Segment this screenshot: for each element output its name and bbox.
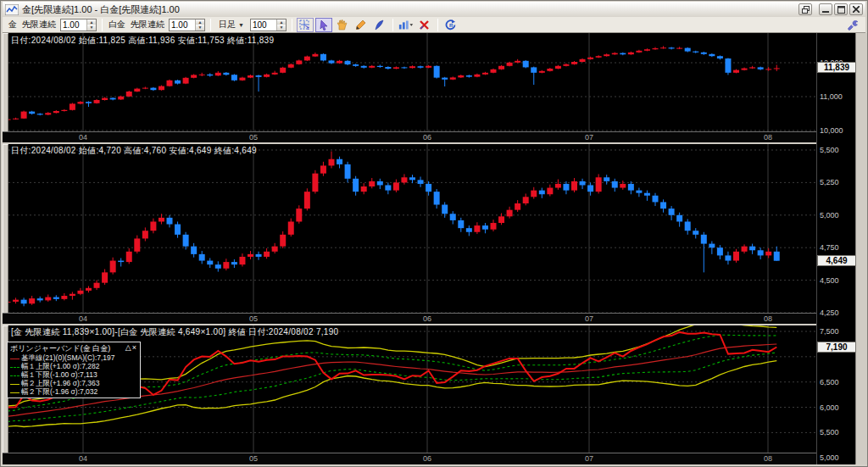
- instrument2-ratio-spinner: ▲▼: [169, 19, 205, 31]
- last-price-box: 7,190: [817, 342, 856, 353]
- y-axis-tick-label: 4,750: [820, 243, 839, 252]
- x-axis-month-label: 05: [247, 454, 260, 463]
- toolbar-separator: [102, 19, 103, 31]
- x-axis-month-label: 08: [761, 454, 775, 463]
- x-axis-month-label: 06: [420, 454, 434, 463]
- legend-item: 幅２下限(-1.96 σ):7,032: [10, 388, 137, 397]
- x-axis-month-label: 07: [582, 454, 596, 463]
- x-axis-month-label: 07: [582, 133, 596, 142]
- chevron-down-icon: ▼: [238, 22, 244, 28]
- instrument1-ratio-input[interactable]: [61, 19, 86, 31]
- y-axis-tick-label: 11,000: [820, 92, 843, 101]
- period-dropdown[interactable]: 日足▼: [216, 19, 247, 31]
- spinner-arrows[interactable]: ▲▼: [276, 19, 286, 31]
- gold-candlestick-plot[interactable]: [8, 33, 816, 131]
- x-axis-month-label: 04: [76, 133, 90, 142]
- toolbar-separator: [292, 19, 292, 31]
- last-price-box: 11,839: [817, 62, 856, 73]
- instrument1-series-label: 先限連続: [22, 19, 56, 31]
- svg-text:R: R: [449, 23, 453, 28]
- legend-collapse-close-controls[interactable]: △×: [125, 343, 137, 354]
- y-axis-tick-label: 4,500: [820, 276, 839, 285]
- legend-line-swatch: [10, 375, 19, 376]
- pane2-splitter-handle[interactable]: [3, 144, 8, 324]
- close-button[interactable]: [849, 3, 863, 15]
- instrument2-label: 白金: [108, 19, 125, 31]
- platinum-x-axis: 0405060708: [3, 313, 816, 324]
- legend-line-swatch: [10, 392, 19, 393]
- price-axis-column: 12,00011,00010,00011,8395,5005,2505,0004…: [816, 33, 855, 464]
- instrument2-series-label: 先限連続: [131, 19, 164, 31]
- toolbar: 金 先限連続 ▲▼ 白金 先限連続 ▲▼ 日足▼ ▲▼ R: [3, 17, 865, 33]
- platinum-candlestick-plot[interactable]: [8, 144, 816, 313]
- delete-drawing-icon[interactable]: [416, 18, 433, 32]
- spread-x-axis: 0405060708: [3, 453, 816, 464]
- toolbar-separator: [210, 19, 211, 31]
- chart-type-icon[interactable]: [398, 18, 415, 32]
- y-axis-tick-label: 5,000: [820, 453, 839, 462]
- x-axis-month-label: 06: [420, 133, 434, 142]
- maximize-button[interactable]: [834, 3, 848, 15]
- bars-count-input[interactable]: [251, 19, 276, 31]
- y-axis-tick-label: 5,250: [820, 178, 839, 186]
- legend-item-label: 幅２下限(-1.96 σ):7,032: [21, 387, 97, 398]
- wrench-icon[interactable]: [844, 18, 861, 32]
- legend-line-swatch: [10, 384, 19, 385]
- chart-app-window: 金[先限連続]1.00 - 白金[先限連続]1.00 金 先限連続 ▲▼ 白金 …: [0, 0, 868, 467]
- bars-count-spinner: ▲▼: [250, 19, 287, 31]
- y-axis-tick-label: 5,500: [820, 146, 839, 154]
- pane-separator[interactable]: [3, 142, 855, 144]
- instrument2-ratio-input[interactable]: [170, 19, 195, 31]
- restore-window-button[interactable]: [798, 3, 812, 15]
- hand-tool-icon[interactable]: [334, 18, 351, 32]
- y-axis-tick-label: 5,500: [820, 428, 839, 436]
- y-axis-tick-label: 10,000: [820, 126, 843, 135]
- y-axis-tick-label: 7,500: [820, 327, 839, 336]
- gold-ohlc-infoline: 日付:2024/08/02 始値:11,825 高値:11,936 安値:11,…: [11, 35, 274, 47]
- last-price-box: 4,649: [817, 255, 856, 266]
- x-axis-month-label: 04: [76, 314, 90, 323]
- pane-separator[interactable]: [3, 324, 855, 325]
- legend-line-swatch: [10, 359, 19, 359]
- quill-tool-icon[interactable]: [371, 18, 388, 32]
- crosshair-tool-icon[interactable]: [297, 18, 314, 32]
- x-axis-month-label: 07: [582, 314, 596, 323]
- minimize-button[interactable]: [819, 3, 832, 15]
- window-title: 金[先限連続]1.00 - 白金[先限連続]1.00: [22, 3, 797, 16]
- toolbar-separator: [392, 19, 393, 31]
- y-axis-tick-label: 5,000: [820, 211, 839, 220]
- x-axis-month-label: 05: [247, 314, 260, 323]
- spread-formula-header: [金 先限連続 11,839×1.00]-[白金 先限連続 4,649×1.00…: [11, 326, 338, 338]
- x-axis-month-label: 08: [761, 314, 775, 323]
- gold-x-axis: 0405060708: [3, 131, 816, 142]
- y-axis-tick-label: 6,000: [820, 403, 839, 412]
- app-chart-icon: [5, 4, 19, 15]
- spinner-arrows[interactable]: ▲▼: [195, 19, 204, 31]
- select-tool-icon[interactable]: [315, 18, 332, 32]
- x-axis-month-label: 08: [761, 133, 775, 142]
- vertical-scrollbar[interactable]: [855, 33, 867, 464]
- y-axis-tick-label: 6,500: [820, 378, 839, 386]
- instrument1-label: 金: [8, 19, 17, 31]
- x-axis-month-label: 04: [76, 454, 90, 463]
- spinner-arrows[interactable]: ▲▼: [86, 19, 96, 31]
- pencil-tool-icon[interactable]: [353, 18, 370, 32]
- y-axis-tick-label: 4,250: [820, 309, 839, 317]
- bollinger-legend-box: ボリンジャーバンド(金 白金) △× 基準線(21)(0)(SMA)(C):7,…: [7, 342, 141, 398]
- pane1-splitter-handle[interactable]: [3, 33, 8, 142]
- instrument1-ratio-spinner: ▲▼: [60, 19, 97, 31]
- titlebar: 金[先限連続]1.00 - 白金[先限連続]1.00: [3, 2, 865, 17]
- toolbar-separator: [437, 19, 438, 31]
- x-axis-month-label: 06: [420, 314, 434, 323]
- x-axis-month-label: 05: [247, 133, 260, 142]
- platinum-ohlc-infoline: 日付:2024/08/02 始値:4,720 高値:4,760 安値:4,649…: [11, 145, 257, 157]
- legend-line-swatch: [10, 367, 19, 368]
- period-label: 日足: [219, 19, 236, 31]
- refresh-icon[interactable]: R: [442, 18, 459, 32]
